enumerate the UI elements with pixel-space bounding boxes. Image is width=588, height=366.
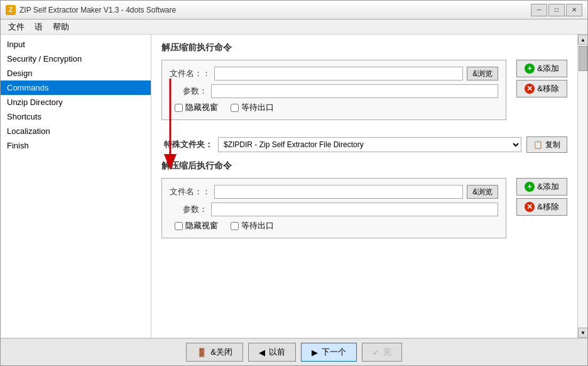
close-icon: 🚪 xyxy=(197,348,207,357)
content-area: 解压缩前执行命令 文件名：： &浏览 参数： xyxy=(151,35,577,338)
finish-button[interactable]: ✓ 完 xyxy=(362,343,402,362)
after-command-section: 文件名：： &浏览 参数： 隐藏视窗 xyxy=(161,178,567,245)
footer: 🚪 &关闭 ◀ 以前 ▶ 下一个 ✓ 完 xyxy=(1,338,587,365)
after-add-button[interactable]: + &添加 xyxy=(516,178,567,196)
before-hide-window-label[interactable]: 隐藏视窗 xyxy=(175,102,218,113)
menu-file[interactable]: 文件 xyxy=(3,20,30,34)
special-folder-select[interactable]: $ZIPDIR - Zip Self Extractor File Direct… xyxy=(218,137,521,152)
before-browse-button[interactable]: &浏览 xyxy=(467,67,498,80)
minimize-button[interactable]: ─ xyxy=(531,4,547,16)
after-wait-exit-checkbox[interactable] xyxy=(231,222,239,230)
before-file-input[interactable] xyxy=(214,67,463,80)
window-title: ZIP Self Extractor Maker V1.3 - 4dots So… xyxy=(19,6,531,14)
scroll-thumb[interactable] xyxy=(579,46,587,71)
close-button[interactable]: 🚪 &关闭 xyxy=(186,343,243,362)
after-options-row: 隐藏视窗 等待出口 xyxy=(170,220,498,231)
special-folder-row: 特殊文件夹： $ZIPDIR - Zip Self Extractor File… xyxy=(161,136,567,153)
back-icon: ◀ xyxy=(259,348,265,357)
menu-language[interactable]: 语 xyxy=(30,20,48,34)
title-bar: Z ZIP Self Extractor Maker V1.3 - 4dots … xyxy=(1,1,587,19)
sidebar-item-shortcuts[interactable]: Shortcuts xyxy=(1,109,151,124)
scroll-track xyxy=(578,45,587,328)
before-filename-row: 文件名：： &浏览 xyxy=(170,67,498,80)
scroll-up-button[interactable]: ▲ xyxy=(578,35,587,45)
next-button[interactable]: ▶ 下一个 xyxy=(301,343,357,362)
before-side-buttons: + &添加 ✕ &移除 xyxy=(516,60,567,97)
before-wait-exit-label[interactable]: 等待出口 xyxy=(231,102,274,113)
menu-help[interactable]: 帮助 xyxy=(48,20,74,34)
vertical-scrollbar[interactable]: ▲ ▼ xyxy=(577,35,587,338)
remove-icon: ✕ xyxy=(525,84,535,94)
after-wait-exit-label[interactable]: 等待出口 xyxy=(231,220,274,231)
after-hide-window-label[interactable]: 隐藏视窗 xyxy=(175,220,218,231)
after-remove-button[interactable]: ✕ &移除 xyxy=(516,198,567,216)
main-window: Z ZIP Self Extractor Maker V1.3 - 4dots … xyxy=(0,0,588,366)
copy-button[interactable]: 📋 复制 xyxy=(526,136,567,153)
after-file-label: 文件名：： xyxy=(170,186,210,197)
add-icon: + xyxy=(525,64,535,74)
sidebar-item-input[interactable]: Input xyxy=(1,37,151,52)
before-section-title: 解压缩前执行命令 xyxy=(161,42,567,53)
after-side-buttons: + &添加 ✕ &移除 xyxy=(516,178,567,216)
after-remove-icon: ✕ xyxy=(525,202,535,212)
finish-icon: ✓ xyxy=(373,348,379,357)
before-param-label: 参数： xyxy=(170,86,207,97)
before-options-row: 隐藏视窗 等待出口 xyxy=(170,102,498,113)
back-button[interactable]: ◀ 以前 xyxy=(248,343,296,362)
before-command-form: 文件名：： &浏览 参数： 隐藏视窗 xyxy=(161,60,506,120)
sidebar-item-unzip[interactable]: Unzip Directory xyxy=(1,95,151,109)
sidebar-item-finish[interactable]: Finish xyxy=(1,138,151,153)
after-add-icon: + xyxy=(525,182,535,192)
maximize-button[interactable]: □ xyxy=(548,4,565,16)
after-filename-row: 文件名：： &浏览 xyxy=(170,185,498,199)
before-param-row: 参数： xyxy=(170,84,498,98)
before-param-input[interactable] xyxy=(211,84,498,98)
after-command-box: 文件名：： &浏览 参数： 隐藏视窗 xyxy=(161,178,506,245)
menu-bar: 文件 语 帮助 xyxy=(1,19,587,35)
sidebar-item-localization[interactable]: Localization xyxy=(1,124,151,138)
sidebar: Input Security / Encryption Design Comma… xyxy=(1,35,151,338)
before-remove-button[interactable]: ✕ &移除 xyxy=(516,80,567,97)
after-param-label: 参数： xyxy=(170,204,207,215)
title-bar-controls: ─ □ ✕ xyxy=(531,4,582,16)
after-param-input[interactable] xyxy=(211,202,498,216)
after-command-form: 文件名：： &浏览 参数： 隐藏视窗 xyxy=(161,178,506,238)
after-param-row: 参数： xyxy=(170,202,498,216)
sidebar-item-commands[interactable]: Commands xyxy=(1,80,151,95)
copy-icon: 📋 xyxy=(533,140,543,149)
after-section-title: 解压缩后执行命令 xyxy=(161,160,567,172)
after-browse-button[interactable]: &浏览 xyxy=(467,185,498,199)
next-icon: ▶ xyxy=(312,348,318,357)
after-file-input[interactable] xyxy=(214,185,463,199)
close-button[interactable]: ✕ xyxy=(566,4,582,16)
before-hide-window-checkbox[interactable] xyxy=(175,104,183,112)
before-add-button[interactable]: + &添加 xyxy=(516,60,567,77)
special-folder-label: 特殊文件夹： xyxy=(164,139,213,150)
after-hide-window-checkbox[interactable] xyxy=(175,222,183,230)
before-command-box: 文件名：： &浏览 参数： 隐藏视窗 xyxy=(161,60,506,126)
scroll-down-button[interactable]: ▼ xyxy=(578,328,587,338)
before-command-section: 文件名：： &浏览 参数： 隐藏视窗 xyxy=(161,60,567,126)
app-icon: Z xyxy=(6,5,16,15)
sidebar-item-security[interactable]: Security / Encryption xyxy=(1,52,151,66)
before-file-label: 文件名：： xyxy=(170,68,210,79)
before-wait-exit-checkbox[interactable] xyxy=(231,104,239,112)
main-content: Input Security / Encryption Design Comma… xyxy=(1,35,587,338)
sidebar-item-design[interactable]: Design xyxy=(1,66,151,80)
